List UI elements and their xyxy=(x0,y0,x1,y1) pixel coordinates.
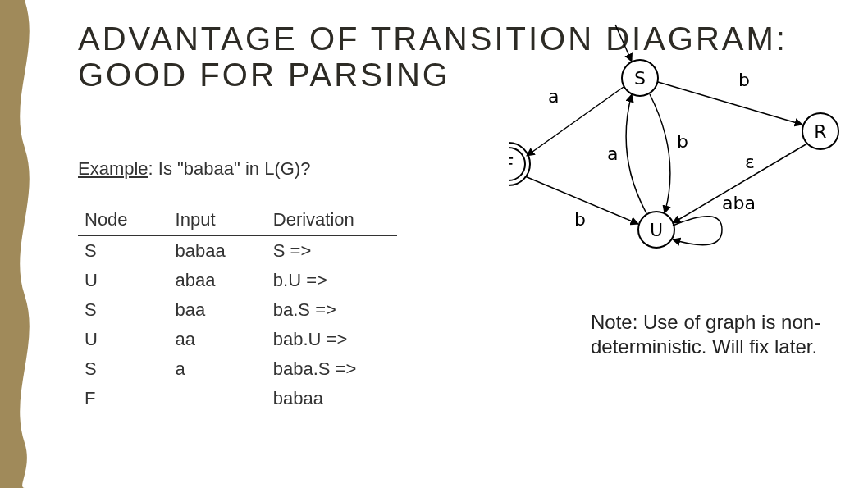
cell-node: F xyxy=(78,384,169,413)
edge-r-u-label: ε xyxy=(745,152,755,172)
example-text: : Is "babaa" in L(G)? xyxy=(148,158,311,179)
cell-derivation: ba.S => xyxy=(267,295,398,325)
cell-node: S xyxy=(78,354,169,384)
cell-input xyxy=(169,384,267,413)
col-input: Input xyxy=(169,204,267,236)
svg-line-3 xyxy=(658,82,802,125)
table-row: S babaa S => xyxy=(78,236,397,267)
table-row: S a baba.S => xyxy=(78,354,397,384)
node-s-label: S xyxy=(634,68,646,89)
side-note: Note: Use of graph is non-deterministic.… xyxy=(591,310,861,359)
edge-f-u-label: b xyxy=(574,209,586,230)
cell-derivation: bab.U => xyxy=(267,325,398,354)
col-derivation: Derivation xyxy=(267,204,398,236)
node-r-label: R xyxy=(814,121,826,142)
edge-s-r-label: b xyxy=(738,70,750,90)
cell-input: abaa xyxy=(169,266,267,295)
edge-u-s-label: a xyxy=(607,144,618,164)
table-row: U abaa b.U => xyxy=(78,266,397,295)
cell-node: S xyxy=(78,236,169,267)
example-label: Example xyxy=(78,158,148,179)
edge-s-f-label: a xyxy=(548,86,559,107)
cell-node: U xyxy=(78,325,169,354)
edge-u-loop-label: aba xyxy=(722,193,756,213)
node-u-label: U xyxy=(650,220,663,240)
cell-input: aa xyxy=(169,325,267,354)
cell-node: S xyxy=(78,295,169,325)
col-node: Node xyxy=(78,204,169,236)
cell-input: a xyxy=(169,354,267,384)
cell-derivation: b.U => xyxy=(267,266,398,295)
parsing-table: Node Input Derivation S babaa S => U aba… xyxy=(78,204,397,413)
svg-line-0 xyxy=(615,25,632,62)
table-row: S baa ba.S => xyxy=(78,295,397,325)
cell-derivation: S => xyxy=(267,236,398,267)
edge-s-u-label: b xyxy=(677,131,688,152)
table-row: U aa bab.U => xyxy=(78,325,397,354)
table-row: F babaa xyxy=(78,384,397,413)
cell-derivation: babaa xyxy=(267,384,398,413)
cell-input: babaa xyxy=(169,236,267,267)
cell-derivation: baba.S => xyxy=(267,354,398,384)
slide-wave-decoration xyxy=(0,0,49,488)
cell-input: baa xyxy=(169,295,267,325)
transition-diagram: S R F U a b b a ε b aba xyxy=(509,16,853,254)
node-f-label: F xyxy=(509,154,514,175)
cell-node: U xyxy=(78,266,169,295)
